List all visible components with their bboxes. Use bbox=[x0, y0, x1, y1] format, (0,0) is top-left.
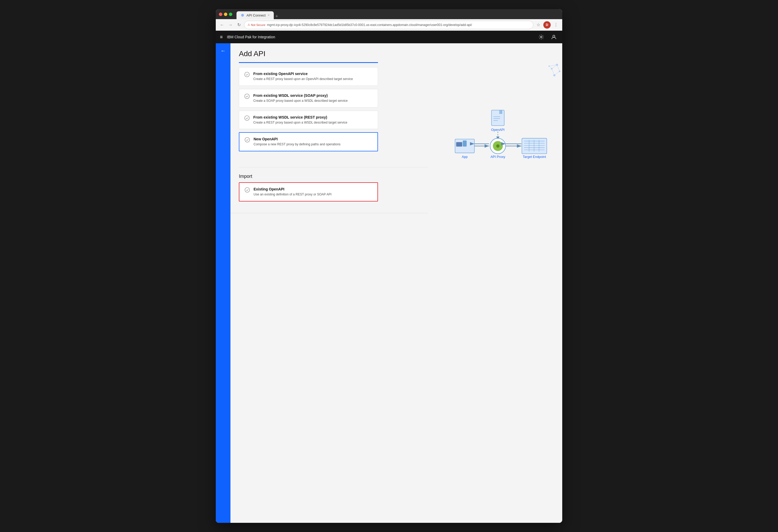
svg-line-14 bbox=[557, 65, 560, 71]
check-icon-existing-openapi bbox=[245, 187, 250, 192]
option-card-new-openapi[interactable]: New OpenAPI Compose a new REST proxy by … bbox=[239, 132, 378, 151]
tab-title: API Connect bbox=[246, 13, 265, 17]
browser-menu-icon[interactable]: ⋮ bbox=[553, 21, 559, 28]
app-nav: ≡ IBM Cloud Pak for Integration bbox=[216, 31, 562, 43]
app-label: App bbox=[462, 155, 467, 159]
option-title: From existing WSDL service (SOAP proxy) bbox=[253, 93, 348, 98]
option-card-from-wsdl-rest[interactable]: From existing WSDL service (REST proxy) … bbox=[239, 111, 378, 129]
svg-point-6 bbox=[245, 138, 250, 142]
option-desc: Use an existing definition of a REST pro… bbox=[253, 192, 331, 197]
target-endpoint-box bbox=[522, 138, 547, 154]
option-text-wsdl-rest: From existing WSDL service (REST proxy) … bbox=[253, 115, 347, 125]
option-text-existing-openapi: Existing OpenAPI Use an existing definit… bbox=[253, 187, 331, 197]
api-diagram: OpenAPI App bbox=[447, 106, 552, 169]
right-column: OpenAPI App bbox=[436, 62, 562, 213]
svg-point-4 bbox=[245, 94, 249, 99]
section-divider bbox=[239, 167, 428, 167]
target-endpoint-label: Target Endpoint bbox=[523, 155, 546, 159]
svg-point-2 bbox=[553, 35, 555, 37]
main-layout: ← Add API bbox=[216, 43, 562, 523]
url-text: mgmt.icp-proxy.djc-icp4i-5290c8c8e579792… bbox=[267, 23, 472, 27]
left-column: From existing OpenAPI service Create a R… bbox=[230, 62, 436, 213]
bookmark-icon[interactable]: ☆ bbox=[536, 21, 541, 28]
openapi-doc-shape bbox=[492, 110, 504, 126]
tab-favicon bbox=[241, 13, 244, 17]
import-section: Import Existing OpenAPI Use an existi bbox=[230, 155, 436, 213]
page-body: From existing OpenAPI service Create a R… bbox=[230, 62, 562, 213]
warning-icon: ⚠ bbox=[247, 23, 250, 26]
url-path: /manager/user001-org/develop/add-api/ bbox=[416, 23, 472, 27]
option-desc: Create a REST proxy based upon a WSDL de… bbox=[253, 120, 347, 125]
option-text-wsdl-soap: From existing WSDL service (SOAP proxy) … bbox=[253, 93, 348, 103]
new-tab-button[interactable]: + bbox=[275, 14, 278, 19]
section-content: From existing OpenAPI service Create a R… bbox=[230, 62, 436, 151]
maximize-traffic-light[interactable] bbox=[229, 13, 232, 16]
svg-rect-25 bbox=[456, 142, 462, 147]
option-card-from-wsdl-soap[interactable]: From existing WSDL service (SOAP proxy) … bbox=[239, 89, 378, 107]
profile-avatar[interactable]: D bbox=[543, 21, 551, 28]
title-bar: API Connect × + bbox=[216, 9, 562, 19]
not-secure-label: Not Secure bbox=[251, 23, 265, 26]
openapi-label: OpenAPI bbox=[491, 128, 504, 132]
network-decoration bbox=[536, 62, 562, 83]
hamburger-menu[interactable]: ≡ bbox=[220, 34, 223, 40]
close-traffic-light[interactable] bbox=[219, 13, 222, 16]
active-tab[interactable]: API Connect × bbox=[236, 11, 274, 19]
svg-point-5 bbox=[245, 116, 249, 120]
tabs-area: API Connect × + bbox=[236, 9, 559, 19]
api-proxy-label: API Proxy bbox=[490, 155, 505, 159]
security-indicator: ⚠ Not Secure bbox=[247, 23, 265, 26]
option-title: From existing OpenAPI service bbox=[253, 72, 353, 76]
svg-line-18 bbox=[549, 65, 557, 66]
option-card-from-openapi-service[interactable]: From existing OpenAPI service Create a R… bbox=[239, 67, 378, 86]
svg-line-13 bbox=[552, 65, 557, 69]
content-area: Add API bbox=[230, 43, 562, 523]
check-icon-openapi-service bbox=[244, 72, 250, 77]
svg-point-7 bbox=[245, 188, 250, 192]
svg-line-16 bbox=[554, 71, 560, 75]
svg-rect-24 bbox=[463, 141, 467, 147]
svg-point-3 bbox=[245, 72, 249, 77]
check-icon-wsdl-soap bbox=[244, 94, 250, 99]
check-icon-wsdl-rest bbox=[244, 115, 250, 121]
option-text-openapi-service: From existing OpenAPI service Create a R… bbox=[253, 72, 353, 81]
user-icon[interactable] bbox=[550, 33, 558, 41]
back-button[interactable]: ← bbox=[219, 22, 225, 28]
option-title: Existing OpenAPI bbox=[253, 187, 331, 191]
option-card-existing-openapi[interactable]: Existing OpenAPI Use an existing definit… bbox=[239, 182, 378, 201]
app-title: IBM Cloud Pak for Integration bbox=[227, 35, 275, 39]
option-desc: Compose a new REST proxy by defining pat… bbox=[253, 142, 340, 147]
option-text-new-openapi: New OpenAPI Compose a new REST proxy by … bbox=[253, 137, 340, 147]
option-desc: Create a REST proxy based upon an OpenAP… bbox=[253, 77, 353, 81]
svg-line-17 bbox=[549, 66, 552, 69]
option-title: New OpenAPI bbox=[253, 137, 340, 141]
minimize-traffic-light[interactable] bbox=[224, 13, 227, 16]
url-bar[interactable]: ⚠ Not Secure mgmt.icp-proxy.djc-icp4i-52… bbox=[244, 21, 533, 29]
page-title: Add API bbox=[239, 50, 265, 58]
svg-point-0 bbox=[241, 14, 244, 17]
section-marker bbox=[239, 62, 378, 63]
option-desc: Create a SOAP proxy based upon a WSDL de… bbox=[253, 99, 348, 103]
url-domain: mgmt.icp-proxy.djc-icp4i-5290c8c8e579792… bbox=[267, 23, 416, 27]
forward-button[interactable]: → bbox=[227, 22, 234, 28]
svg-point-1 bbox=[540, 36, 542, 38]
sidebar-back-button[interactable]: ← bbox=[218, 46, 228, 56]
traffic-lights bbox=[219, 13, 232, 16]
refresh-button[interactable]: ↻ bbox=[236, 22, 242, 28]
import-title: Import bbox=[239, 174, 428, 179]
svg-line-15 bbox=[552, 69, 554, 75]
sidebar: ← bbox=[216, 43, 230, 523]
api-proxy-circle-dot bbox=[496, 144, 499, 148]
settings-icon[interactable] bbox=[537, 33, 545, 41]
address-bar: ← → ↻ ⚠ Not Secure mgmt.icp-proxy.djc-ic… bbox=[216, 19, 562, 31]
browser-window: API Connect × + ← → ↻ ⚠ Not Secure mgmt.… bbox=[216, 9, 562, 523]
tab-close-button[interactable]: × bbox=[268, 13, 269, 17]
option-title: From existing WSDL service (REST proxy) bbox=[253, 115, 347, 119]
check-icon-new-openapi bbox=[245, 137, 250, 143]
page-header: Add API bbox=[230, 43, 562, 62]
